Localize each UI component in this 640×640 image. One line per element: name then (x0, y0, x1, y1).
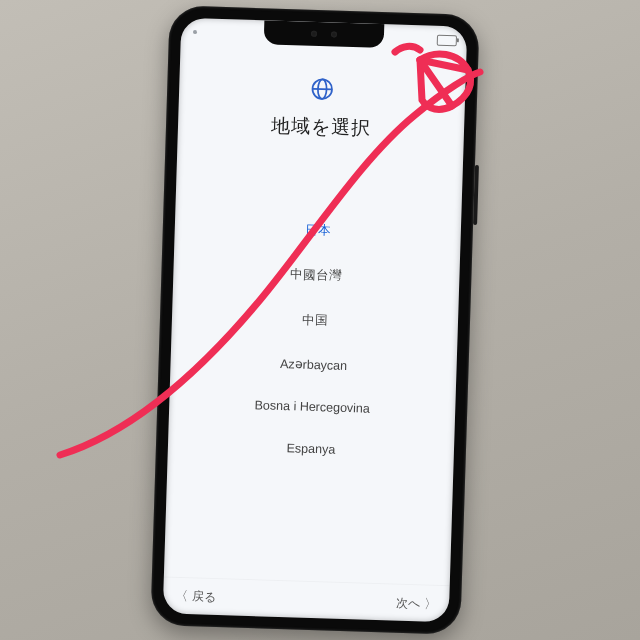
power-button (473, 165, 479, 225)
page-title: 地域を選択 (271, 113, 372, 142)
globe-icon (309, 76, 336, 103)
region-item-japan[interactable]: 日本 (188, 204, 447, 257)
setup-content: 地域を選択 日本 中國台灣 中国 Azərbaycan Bosna i Herc… (164, 46, 467, 587)
photo-background: 地域を選択 日本 中國台灣 中国 Azərbaycan Bosna i Herc… (0, 0, 640, 640)
signal-icon (193, 30, 197, 34)
camera-dot (331, 31, 337, 37)
back-button[interactable]: 〈 戻る (175, 587, 217, 606)
display-notch (264, 20, 385, 48)
next-label: 次へ (396, 594, 421, 612)
status-left (193, 30, 197, 34)
region-item-taiwan[interactable]: 中國台灣 (187, 249, 446, 302)
svg-line-2 (313, 89, 332, 90)
status-right (437, 34, 457, 46)
region-item-espanya[interactable]: Espanya (181, 424, 440, 474)
chevron-right-icon: 〉 (424, 595, 438, 613)
footer-nav: 〈 戻る 次へ 〉 (163, 576, 450, 622)
region-item-china[interactable]: 中国 (185, 294, 444, 347)
next-button[interactable]: 次へ 〉 (396, 594, 438, 613)
speaker-dot (311, 31, 317, 37)
battery-icon (437, 34, 457, 46)
chevron-left-icon: 〈 (175, 587, 189, 605)
back-label: 戻る (192, 588, 217, 606)
phone-body: 地域を選択 日本 中國台灣 中国 Azərbaycan Bosna i Herc… (150, 5, 479, 634)
region-list[interactable]: 日本 中國台灣 中国 Azərbaycan Bosna i Hercegovin… (181, 204, 447, 474)
phone-screen: 地域を選択 日本 中國台灣 中国 Azərbaycan Bosna i Herc… (163, 18, 468, 623)
